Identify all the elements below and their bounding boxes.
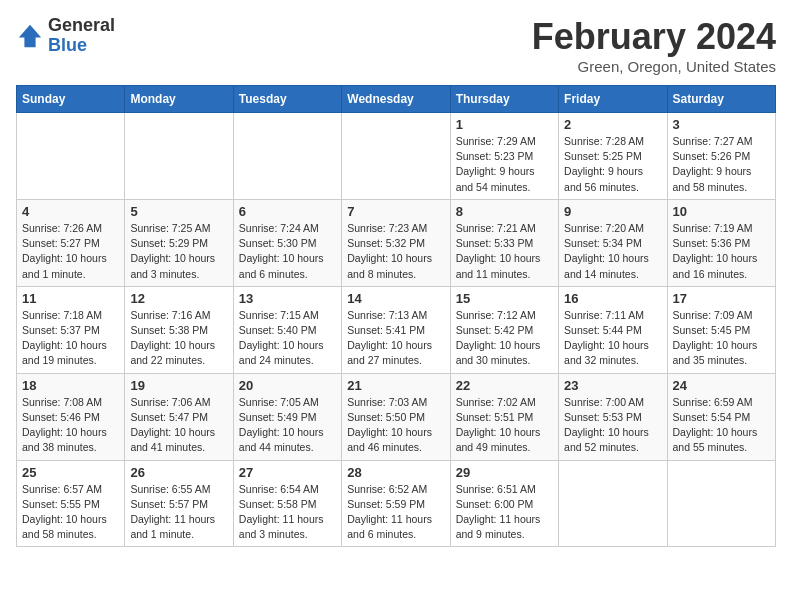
- day-number: 23: [564, 378, 661, 393]
- day-info: Sunrise: 7:18 AMSunset: 5:37 PMDaylight:…: [22, 308, 119, 369]
- calendar-cell: 25Sunrise: 6:57 AMSunset: 5:55 PMDayligh…: [17, 460, 125, 547]
- day-number: 2: [564, 117, 661, 132]
- day-info: Sunrise: 7:24 AMSunset: 5:30 PMDaylight:…: [239, 221, 336, 282]
- day-header-saturday: Saturday: [667, 86, 775, 113]
- calendar-cell: [342, 113, 450, 200]
- day-info: Sunrise: 6:55 AMSunset: 5:57 PMDaylight:…: [130, 482, 227, 543]
- day-number: 29: [456, 465, 553, 480]
- day-number: 26: [130, 465, 227, 480]
- day-info: Sunrise: 7:16 AMSunset: 5:38 PMDaylight:…: [130, 308, 227, 369]
- day-number: 16: [564, 291, 661, 306]
- day-number: 22: [456, 378, 553, 393]
- day-number: 27: [239, 465, 336, 480]
- day-number: 3: [673, 117, 770, 132]
- calendar-cell: [667, 460, 775, 547]
- day-number: 17: [673, 291, 770, 306]
- calendar-cell: 14Sunrise: 7:13 AMSunset: 5:41 PMDayligh…: [342, 286, 450, 373]
- day-info: Sunrise: 6:59 AMSunset: 5:54 PMDaylight:…: [673, 395, 770, 456]
- calendar-table: SundayMondayTuesdayWednesdayThursdayFrid…: [16, 85, 776, 547]
- day-header-thursday: Thursday: [450, 86, 558, 113]
- day-number: 21: [347, 378, 444, 393]
- calendar-cell: 16Sunrise: 7:11 AMSunset: 5:44 PMDayligh…: [559, 286, 667, 373]
- calendar-week-1: 4Sunrise: 7:26 AMSunset: 5:27 PMDaylight…: [17, 199, 776, 286]
- day-number: 19: [130, 378, 227, 393]
- logo-general: General: [48, 15, 115, 35]
- day-info: Sunrise: 6:52 AMSunset: 5:59 PMDaylight:…: [347, 482, 444, 543]
- day-info: Sunrise: 7:29 AMSunset: 5:23 PMDaylight:…: [456, 134, 553, 195]
- day-info: Sunrise: 7:23 AMSunset: 5:32 PMDaylight:…: [347, 221, 444, 282]
- day-info: Sunrise: 6:51 AMSunset: 6:00 PMDaylight:…: [456, 482, 553, 543]
- calendar-cell: 27Sunrise: 6:54 AMSunset: 5:58 PMDayligh…: [233, 460, 341, 547]
- day-number: 12: [130, 291, 227, 306]
- calendar-cell: 6Sunrise: 7:24 AMSunset: 5:30 PMDaylight…: [233, 199, 341, 286]
- day-number: 6: [239, 204, 336, 219]
- calendar-cell: 2Sunrise: 7:28 AMSunset: 5:25 PMDaylight…: [559, 113, 667, 200]
- calendar-cell: 12Sunrise: 7:16 AMSunset: 5:38 PMDayligh…: [125, 286, 233, 373]
- day-number: 28: [347, 465, 444, 480]
- month-title: February 2024: [532, 16, 776, 58]
- calendar-cell: [125, 113, 233, 200]
- calendar-cell: 23Sunrise: 7:00 AMSunset: 5:53 PMDayligh…: [559, 373, 667, 460]
- calendar-header-row: SundayMondayTuesdayWednesdayThursdayFrid…: [17, 86, 776, 113]
- day-number: 1: [456, 117, 553, 132]
- calendar-week-2: 11Sunrise: 7:18 AMSunset: 5:37 PMDayligh…: [17, 286, 776, 373]
- day-number: 9: [564, 204, 661, 219]
- day-info: Sunrise: 7:21 AMSunset: 5:33 PMDaylight:…: [456, 221, 553, 282]
- svg-marker-0: [19, 25, 41, 47]
- calendar-cell: 9Sunrise: 7:20 AMSunset: 5:34 PMDaylight…: [559, 199, 667, 286]
- calendar-cell: 11Sunrise: 7:18 AMSunset: 5:37 PMDayligh…: [17, 286, 125, 373]
- calendar-cell: 4Sunrise: 7:26 AMSunset: 5:27 PMDaylight…: [17, 199, 125, 286]
- calendar-cell: 13Sunrise: 7:15 AMSunset: 5:40 PMDayligh…: [233, 286, 341, 373]
- day-info: Sunrise: 7:15 AMSunset: 5:40 PMDaylight:…: [239, 308, 336, 369]
- calendar-cell: 19Sunrise: 7:06 AMSunset: 5:47 PMDayligh…: [125, 373, 233, 460]
- day-info: Sunrise: 7:19 AMSunset: 5:36 PMDaylight:…: [673, 221, 770, 282]
- day-header-friday: Friday: [559, 86, 667, 113]
- logo: General Blue: [16, 16, 115, 56]
- day-number: 14: [347, 291, 444, 306]
- calendar-cell: 7Sunrise: 7:23 AMSunset: 5:32 PMDaylight…: [342, 199, 450, 286]
- calendar-cell: [233, 113, 341, 200]
- day-info: Sunrise: 7:25 AMSunset: 5:29 PMDaylight:…: [130, 221, 227, 282]
- day-number: 4: [22, 204, 119, 219]
- logo-blue: Blue: [48, 35, 87, 55]
- calendar-cell: 15Sunrise: 7:12 AMSunset: 5:42 PMDayligh…: [450, 286, 558, 373]
- day-info: Sunrise: 7:06 AMSunset: 5:47 PMDaylight:…: [130, 395, 227, 456]
- day-header-monday: Monday: [125, 86, 233, 113]
- title-block: February 2024 Green, Oregon, United Stat…: [532, 16, 776, 75]
- calendar-cell: 3Sunrise: 7:27 AMSunset: 5:26 PMDaylight…: [667, 113, 775, 200]
- day-info: Sunrise: 7:12 AMSunset: 5:42 PMDaylight:…: [456, 308, 553, 369]
- day-header-tuesday: Tuesday: [233, 86, 341, 113]
- day-number: 8: [456, 204, 553, 219]
- day-info: Sunrise: 7:28 AMSunset: 5:25 PMDaylight:…: [564, 134, 661, 195]
- day-info: Sunrise: 7:08 AMSunset: 5:46 PMDaylight:…: [22, 395, 119, 456]
- day-number: 7: [347, 204, 444, 219]
- day-info: Sunrise: 7:05 AMSunset: 5:49 PMDaylight:…: [239, 395, 336, 456]
- day-number: 11: [22, 291, 119, 306]
- day-number: 5: [130, 204, 227, 219]
- day-info: Sunrise: 7:00 AMSunset: 5:53 PMDaylight:…: [564, 395, 661, 456]
- page-header: General Blue February 2024 Green, Oregon…: [16, 16, 776, 75]
- day-header-wednesday: Wednesday: [342, 86, 450, 113]
- calendar-cell: 18Sunrise: 7:08 AMSunset: 5:46 PMDayligh…: [17, 373, 125, 460]
- day-info: Sunrise: 7:27 AMSunset: 5:26 PMDaylight:…: [673, 134, 770, 195]
- day-number: 10: [673, 204, 770, 219]
- calendar-cell: 20Sunrise: 7:05 AMSunset: 5:49 PMDayligh…: [233, 373, 341, 460]
- day-info: Sunrise: 7:26 AMSunset: 5:27 PMDaylight:…: [22, 221, 119, 282]
- calendar-cell: 21Sunrise: 7:03 AMSunset: 5:50 PMDayligh…: [342, 373, 450, 460]
- day-header-sunday: Sunday: [17, 86, 125, 113]
- day-info: Sunrise: 7:20 AMSunset: 5:34 PMDaylight:…: [564, 221, 661, 282]
- calendar-week-4: 25Sunrise: 6:57 AMSunset: 5:55 PMDayligh…: [17, 460, 776, 547]
- calendar-cell: 24Sunrise: 6:59 AMSunset: 5:54 PMDayligh…: [667, 373, 775, 460]
- day-number: 25: [22, 465, 119, 480]
- day-number: 24: [673, 378, 770, 393]
- location: Green, Oregon, United States: [532, 58, 776, 75]
- day-info: Sunrise: 6:54 AMSunset: 5:58 PMDaylight:…: [239, 482, 336, 543]
- calendar-cell: 26Sunrise: 6:55 AMSunset: 5:57 PMDayligh…: [125, 460, 233, 547]
- day-number: 15: [456, 291, 553, 306]
- calendar-week-3: 18Sunrise: 7:08 AMSunset: 5:46 PMDayligh…: [17, 373, 776, 460]
- calendar-cell: [559, 460, 667, 547]
- calendar-cell: 29Sunrise: 6:51 AMSunset: 6:00 PMDayligh…: [450, 460, 558, 547]
- day-number: 20: [239, 378, 336, 393]
- calendar-cell: 5Sunrise: 7:25 AMSunset: 5:29 PMDaylight…: [125, 199, 233, 286]
- day-info: Sunrise: 7:02 AMSunset: 5:51 PMDaylight:…: [456, 395, 553, 456]
